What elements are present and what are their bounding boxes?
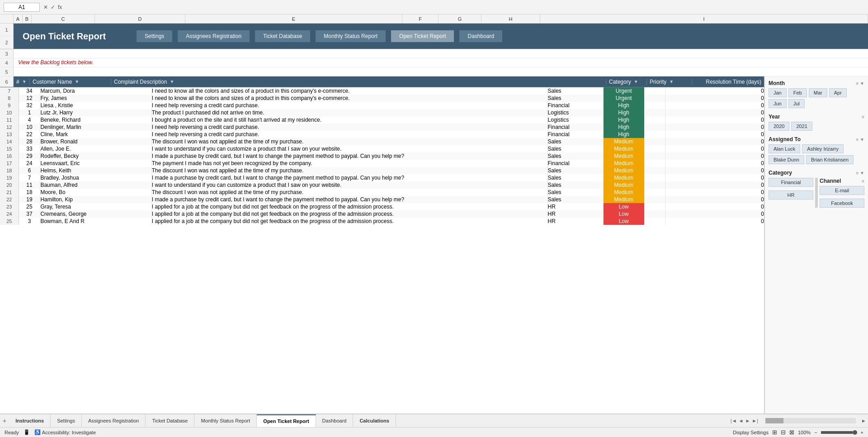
category-scrollbar[interactable]: [815, 178, 818, 208]
ticket-num: 29: [19, 152, 40, 160]
complaint-desc: I need help reversing a credit card purc…: [151, 131, 547, 138]
tab-dashboard[interactable]: Dashboard: [316, 414, 354, 427]
channel-facebook[interactable]: Facebook: [820, 199, 864, 208]
month-feb[interactable]: Feb: [788, 88, 807, 97]
col-header-i[interactable]: I: [540, 14, 868, 23]
channel-email[interactable]: E-mail: [820, 186, 864, 195]
zoom-slider[interactable]: [821, 431, 857, 434]
col-header-g[interactable]: G: [439, 14, 481, 23]
col-header-d[interactable]: D: [95, 14, 185, 23]
function-icon[interactable]: fx: [58, 4, 62, 10]
year-2021[interactable]: 2021: [791, 122, 812, 131]
assignee-alan[interactable]: Alan Luck: [769, 144, 800, 153]
cat-financial[interactable]: Financial: [769, 178, 813, 187]
resolution-time: 0: [665, 210, 764, 218]
tab-ticket-db[interactable]: Ticket Database: [146, 414, 194, 427]
priority-cell: Low: [603, 210, 665, 218]
tab-settings[interactable]: Settings: [51, 414, 82, 427]
cat-hr[interactable]: HR: [769, 190, 813, 200]
priority-cell: Medium: [603, 145, 665, 152]
page-layout-icon[interactable]: ⊟: [781, 429, 786, 436]
filter-desc-icon[interactable]: ▼: [170, 79, 174, 84]
row-num-10: 10: [0, 109, 19, 116]
ticket-num: 7: [19, 174, 40, 181]
assignee-ashley[interactable]: Ashley Irizarry: [802, 144, 844, 153]
tab-monthly-status[interactable]: Monthly Status Report: [194, 414, 257, 427]
col-header-e[interactable]: E: [185, 14, 402, 23]
nav-prev-sheet[interactable]: ◄: [739, 418, 744, 423]
tab-calculations[interactable]: Calculations: [353, 414, 396, 427]
col-header-c[interactable]: C: [32, 14, 95, 23]
nav-monthly-status[interactable]: Monthly Status Report: [316, 30, 386, 42]
col-header-b[interactable]: B: [23, 14, 32, 23]
resolution-time: 0: [665, 174, 764, 181]
tab-instructions[interactable]: Instructions: [9, 414, 51, 427]
accessibility-text[interactable]: ♿ Accessibility: Investigate: [34, 429, 96, 435]
row-num-13: 13: [0, 131, 19, 138]
ticket-num: 6: [19, 167, 40, 174]
customer-name: Rodeffer, Becky: [40, 152, 151, 160]
tab-open-ticket[interactable]: Open Ticket Report: [257, 414, 316, 427]
resolution-time: 0: [665, 145, 764, 152]
cancel-icon[interactable]: ✕: [43, 4, 48, 10]
nav-assignees-reg[interactable]: Assignees Registration: [178, 30, 250, 42]
month-jul[interactable]: Jul: [788, 99, 805, 108]
assigned-to-icons[interactable]: ≡ ▼: [856, 137, 864, 142]
filter-cat-icon[interactable]: ▼: [634, 79, 638, 84]
page-break-icon[interactable]: ⊠: [789, 429, 794, 436]
ticket-num: 25: [19, 203, 40, 210]
nav-first-sheet[interactable]: |◄: [731, 418, 737, 423]
month-filter-icons[interactable]: ≡ ▼: [856, 81, 864, 86]
month-jan[interactable]: Jan: [769, 88, 787, 97]
filter-name-icon[interactable]: ▼: [75, 79, 79, 84]
zoom-in-icon[interactable]: +: [861, 430, 863, 435]
nav-last-sheet[interactable]: ►|: [752, 418, 758, 423]
nav-settings[interactable]: Settings: [137, 30, 172, 42]
category-filter-icons[interactable]: ≡ ▼: [856, 171, 864, 176]
zoom-thumb[interactable]: [853, 430, 857, 435]
row-num-8: 8: [0, 95, 19, 102]
nav-ticket-db[interactable]: Ticket Database: [255, 30, 310, 42]
table-row: 14 28 Brower, Ronald The discount I won …: [0, 138, 764, 145]
row-select-all[interactable]: [0, 14, 14, 23]
resolution-time: 0: [665, 203, 764, 210]
display-settings-btn[interactable]: Display Settings: [733, 430, 769, 435]
year-2020[interactable]: 2020: [769, 122, 789, 131]
resolution-time: 0: [665, 102, 764, 109]
priority-badge: Medium: [604, 174, 644, 181]
add-sheet-icon[interactable]: +: [0, 417, 9, 424]
mobile-icon: 📱: [24, 429, 30, 435]
col-header-a[interactable]: A: [14, 14, 23, 23]
filter-num-icon[interactable]: ▼: [22, 79, 27, 84]
nav-dashboard[interactable]: Dashboard: [459, 30, 502, 42]
nav-right-arrow[interactable]: ►: [859, 418, 868, 423]
data-rows-container: 7 34 Marcum, Dora I need to know all the…: [0, 87, 764, 413]
cell-reference-box[interactable]: A1: [4, 3, 40, 12]
nav-open-ticket[interactable]: Open Ticket Report: [391, 30, 454, 42]
month-mar[interactable]: Mar: [809, 88, 827, 97]
nav-next-sheet[interactable]: ►: [745, 418, 750, 423]
formula-input[interactable]: [66, 3, 864, 11]
month-jun[interactable]: Jun: [769, 99, 787, 108]
col-header-h[interactable]: H: [481, 14, 540, 23]
confirm-icon[interactable]: ✓: [51, 4, 55, 10]
complaint-desc: I bought a product on the site and it st…: [151, 116, 547, 124]
normal-view-icon[interactable]: ⊞: [772, 429, 777, 436]
month-apr[interactable]: Apr: [829, 88, 847, 97]
zoom-out-icon[interactable]: −: [814, 430, 817, 435]
filter-pri-icon[interactable]: ▼: [669, 79, 674, 84]
tab-assignees-reg[interactable]: Assignees Registration: [82, 414, 146, 427]
assignee-brian[interactable]: Brian Kristiansen: [806, 155, 854, 164]
row-num-23: 23: [0, 203, 19, 210]
assignee-filter-buttons: Alan Luck Ashley Irizarry Blake Dunn Bri…: [769, 144, 864, 164]
scrollbar-thumb[interactable]: [765, 418, 783, 423]
channel-filter-icon[interactable]: ≡: [862, 179, 864, 184]
category: Financial: [547, 102, 603, 109]
row-num-24: 24: [0, 210, 19, 218]
horizontal-scrollbar[interactable]: [765, 418, 856, 423]
year-filter-icon[interactable]: ≡: [862, 114, 864, 119]
col-header-f[interactable]: F: [402, 14, 439, 23]
assignee-blake[interactable]: Blake Dunn: [769, 155, 804, 164]
complaint-desc: The discount I won was not applied at th…: [151, 189, 547, 196]
assigned-to-title: Assigned To ≡ ▼: [769, 136, 864, 142]
